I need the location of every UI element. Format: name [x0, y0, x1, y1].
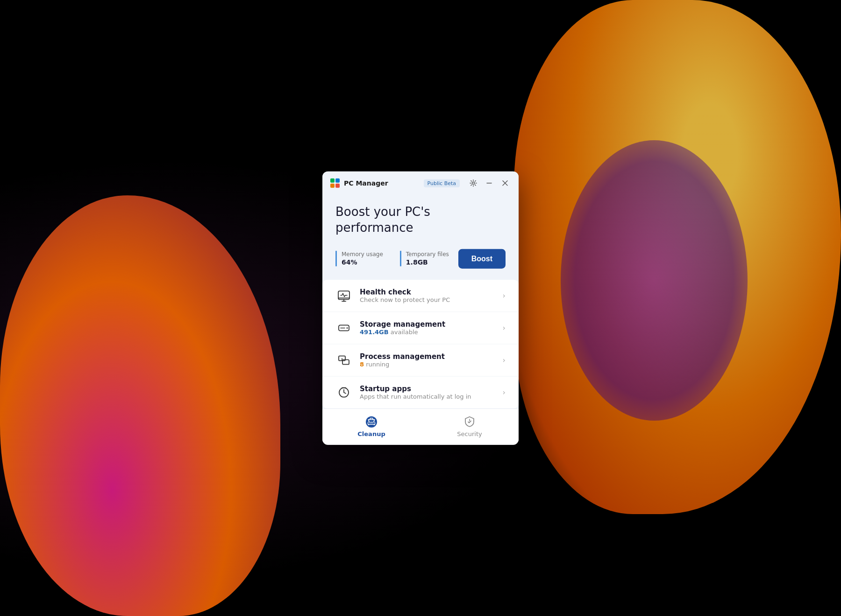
page-title: Boost your PC's performance [335, 204, 506, 236]
temp-files-stat: Temporary files 1.8GB [400, 251, 456, 266]
startup-chevron-icon: › [503, 388, 506, 397]
cleanup-nav-icon [365, 415, 378, 428]
close-button[interactable] [499, 177, 511, 189]
health-check-title: Health check [360, 288, 495, 296]
process-management-item[interactable]: Process management 8 running › [322, 344, 519, 376]
settings-button[interactable] [467, 177, 479, 189]
health-check-icon [335, 287, 352, 304]
svg-rect-0 [330, 179, 335, 183]
bg-blob-purple [561, 140, 748, 421]
storage-management-item[interactable]: Storage management 491.4GB available › [322, 312, 519, 344]
health-check-item[interactable]: Health check Check now to protect your P… [322, 279, 519, 312]
temp-label: Temporary files [406, 251, 449, 258]
svg-point-4 [472, 182, 475, 184]
cleanup-nav-label: Cleanup [357, 430, 385, 437]
gear-icon [470, 179, 477, 187]
health-check-text: Health check Check now to protect your P… [360, 288, 495, 303]
storage-chevron-icon: › [503, 323, 506, 332]
storage-management-title: Storage management [360, 320, 495, 329]
svg-rect-2 [330, 184, 335, 188]
security-nav-label: Security [457, 430, 482, 437]
close-icon [502, 180, 508, 186]
minimize-button[interactable] [483, 177, 495, 189]
window-controls [467, 177, 511, 189]
startup-apps-text: Startup apps Apps that run automatically… [360, 385, 495, 400]
storage-management-text: Storage management 491.4GB available [360, 320, 495, 336]
stats-bar: Memory usage 64% Temporary files 1.8GB B… [335, 249, 506, 268]
svg-rect-3 [335, 184, 340, 188]
nav-security[interactable]: Security [420, 408, 519, 444]
startup-apps-subtitle: Apps that run automatically at log in [360, 393, 495, 400]
storage-icon [335, 319, 352, 336]
memory-label: Memory usage [342, 251, 383, 258]
app-logo-icon [330, 178, 340, 188]
process-management-subtitle: 8 running [360, 361, 495, 368]
minimize-icon [486, 180, 492, 186]
process-chevron-icon: › [503, 356, 506, 365]
boost-button[interactable]: Boost [458, 249, 506, 268]
nav-cleanup[interactable]: Cleanup [322, 408, 420, 444]
health-check-subtitle: Check now to protect your PC [360, 296, 495, 303]
bottom-nav: Cleanup Security [322, 408, 519, 444]
process-management-text: Process management 8 running [360, 352, 495, 368]
menu-list: Health check Check now to protect your P… [322, 279, 519, 408]
main-content: Boost your PC's performance Memory usage… [322, 195, 519, 408]
svg-point-12 [347, 327, 348, 329]
storage-management-subtitle: 491.4GB available [360, 329, 495, 336]
process-icon [335, 351, 352, 368]
beta-badge: Public Beta [424, 179, 460, 187]
startup-apps-item[interactable]: Startup apps Apps that run automatically… [322, 376, 519, 408]
svg-rect-1 [335, 179, 340, 183]
memory-value: 64% [342, 258, 357, 266]
security-nav-icon [463, 415, 476, 428]
startup-apps-title: Startup apps [360, 385, 495, 393]
temp-value: 1.8GB [406, 258, 428, 266]
storage-available-value: 491.4GB [360, 329, 389, 336]
memory-stat: Memory usage 64% [335, 251, 391, 266]
startup-icon [335, 384, 352, 401]
pc-manager-window: PC Manager Public Beta [322, 172, 519, 445]
titlebar: PC Manager Public Beta [322, 172, 519, 195]
health-check-chevron-icon: › [503, 291, 506, 300]
process-running-count: 8 [360, 361, 364, 368]
app-title: PC Manager [344, 179, 420, 187]
process-management-title: Process management [360, 352, 495, 361]
